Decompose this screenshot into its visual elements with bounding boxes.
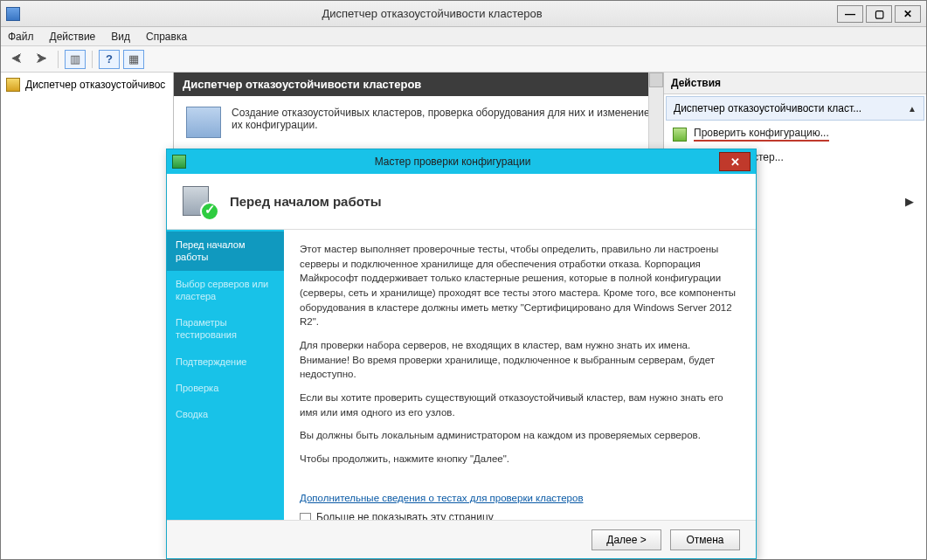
- wizard-dont-show-label: Больше не показывать эту страницу: [316, 510, 494, 520]
- tree-root-label: Диспетчер отказоустойчивос: [25, 79, 165, 91]
- wizard-dont-show-checkbox[interactable]: [300, 513, 311, 520]
- wizard-footer: Далее > Отмена: [167, 520, 756, 558]
- wizard-next-button[interactable]: Далее >: [591, 529, 661, 550]
- wizard-paragraph-continue: Чтобы продолжить, нажмите кнопку "Далее"…: [300, 452, 740, 467]
- nav-forward-button[interactable]: ⮞: [31, 50, 52, 69]
- window-buttons: — ▢ ✕: [837, 5, 921, 23]
- wizard-main-content: Этот мастер выполняет проверочные тесты,…: [284, 230, 756, 520]
- center-description: Создание отказоустойчивых кластеров, про…: [232, 107, 651, 138]
- window-title: Диспетчер отказоустойчивости кластеров: [27, 7, 837, 20]
- app-icon: [6, 7, 20, 21]
- actions-subtitle[interactable]: Диспетчер отказоустойчивости класт... ▲: [666, 96, 924, 121]
- wizard-paragraph-admin: Вы должны быть локальным администратором…: [300, 428, 740, 443]
- toolbar-separator: [58, 51, 59, 68]
- menu-help[interactable]: Справка: [146, 31, 187, 43]
- wizard-step-test-options[interactable]: Параметры тестирования: [167, 309, 284, 349]
- wizard-title: Мастер проверки конфигурации: [186, 156, 719, 168]
- wizard-dont-show-row[interactable]: Больше не показывать эту страницу: [300, 510, 740, 520]
- wizard-paragraph-servers: Для проверки набора серверов, не входящи…: [300, 338, 740, 382]
- show-hide-tree-button[interactable]: ▥: [65, 50, 86, 69]
- actions-subtitle-label: Диспетчер отказоустойчивости класт...: [674, 102, 861, 114]
- validation-wizard-dialog: Мастер проверки конфигурации ✕ Перед нач…: [166, 149, 757, 559]
- wizard-titlebar[interactable]: Мастер проверки конфигурации ✕: [167, 149, 756, 174]
- toolbar: ⮜ ⮞ ▥ ? ▦: [1, 46, 926, 73]
- toolbar-separator: [92, 51, 93, 68]
- minimize-button[interactable]: —: [837, 5, 863, 23]
- wizard-close-button[interactable]: ✕: [719, 152, 751, 171]
- wizard-paragraph-existing: Если вы хотите проверить существующий от…: [300, 391, 740, 419]
- close-button[interactable]: ✕: [895, 5, 921, 23]
- wizard-step-before-begin[interactable]: Перед началом работы: [167, 232, 284, 271]
- menu-view[interactable]: Вид: [111, 31, 130, 43]
- action-label: Проверить конфигурацию...: [694, 127, 829, 142]
- menubar: Файл Действие Вид Справка: [1, 27, 926, 46]
- wizard-cancel-button[interactable]: Отмена: [670, 529, 740, 550]
- menu-file[interactable]: Файл: [8, 31, 34, 43]
- wizard-app-icon: [172, 155, 186, 169]
- wizard-step-validating[interactable]: Проверка: [167, 375, 284, 401]
- wizard-more-info-link[interactable]: Дополнительные сведения о тестах для про…: [300, 491, 584, 506]
- checkmark-icon: [200, 202, 219, 221]
- center-body: Создание отказоустойчивых кластеров, про…: [174, 96, 663, 149]
- center-header: Диспетчер отказоустойчивости кластеров: [174, 73, 663, 96]
- collapse-icon: ▲: [908, 104, 917, 114]
- wizard-header-title: Перед началом работы: [230, 194, 382, 209]
- wizard-steps: Перед началом работы Выбор серверов или …: [167, 230, 284, 520]
- wizard-step-select-servers[interactable]: Выбор серверов или кластера: [167, 271, 284, 310]
- maximize-button[interactable]: ▢: [866, 5, 892, 23]
- wizard-step-confirmation[interactable]: Подтверждение: [167, 349, 284, 375]
- wizard-header: Перед началом работы: [167, 174, 756, 230]
- help-button[interactable]: ?: [99, 50, 120, 69]
- wizard-header-icon: [183, 184, 218, 219]
- cluster-manager-icon: [6, 78, 20, 92]
- cluster-icon: [186, 107, 221, 138]
- wizard-paragraph-intro: Этот мастер выполняет проверочные тесты,…: [300, 242, 740, 329]
- nav-back-button[interactable]: ⮜: [6, 50, 27, 69]
- scroll-up-arrow[interactable]: [649, 73, 663, 87]
- refresh-button[interactable]: ▦: [123, 50, 144, 69]
- titlebar: Диспетчер отказоустойчивости кластеров —…: [1, 1, 926, 27]
- action-validate-configuration[interactable]: Проверить конфигурацию...: [664, 122, 926, 146]
- wizard-step-summary[interactable]: Сводка: [167, 401, 284, 427]
- tree-pane: Диспетчер отказоустойчивос: [1, 73, 174, 559]
- actions-title: Действия: [664, 73, 926, 94]
- tree-root-item[interactable]: Диспетчер отказоустойчивос: [4, 76, 169, 93]
- validate-icon: [673, 128, 687, 142]
- wizard-body: Перед началом работы Выбор серверов или …: [167, 230, 756, 520]
- menu-action[interactable]: Действие: [50, 31, 96, 43]
